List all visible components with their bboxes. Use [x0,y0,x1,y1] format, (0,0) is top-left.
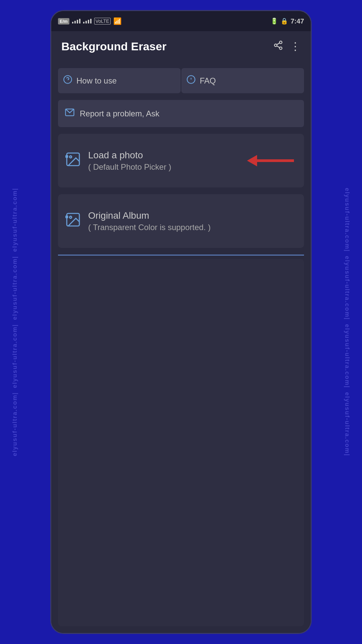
album-icon [65,211,81,231]
lock-icon: 🔒 [281,17,288,25]
photo-picker-icon [65,151,81,171]
original-album-text: Original Album ( Transparent Color is su… [88,210,211,232]
svg-rect-18 [65,215,68,218]
wifi-icon: 📶 [113,17,122,25]
more-options-icon[interactable]: ⋮ [290,40,301,53]
main-content: How to use FAQ R [51,61,311,633]
email-icon [65,107,75,120]
header-icons: ⋮ [273,40,301,53]
svg-point-12 [70,156,72,158]
watermark-right: elyusuf-ultra.com| elyusuf-ultra.com| el… [332,0,362,644]
share-icon[interactable] [273,40,283,53]
signal-bar [83,22,84,23]
svg-line-4 [277,43,280,45]
signal-bar [85,21,87,23]
volte-badge: VoLTE [94,18,111,24]
signal-bars-1 [72,19,80,23]
how-to-use-button[interactable]: How to use [58,68,181,93]
svg-rect-13 [65,155,68,158]
watermark-left-text: elyusuf-ultra.com| elyusuf-ultra.com| el… [11,188,19,456]
signal-bar [74,21,76,23]
signal-bar [90,19,92,23]
svg-marker-15 [247,155,257,166]
signal-bars-2 [83,19,92,23]
section-divider [58,255,304,256]
sim-icon: E/m [58,18,69,24]
load-photo-text: Load a photo ( Default Photo Picker ) [88,150,171,172]
battery-icon: 🔋 [270,17,278,25]
load-photo-subtitle: ( Default Photo Picker ) [88,162,171,172]
load-photo-title: Load a photo [88,150,171,161]
signal-bar [77,20,78,23]
faq-label: FAQ [200,76,216,86]
app-header: Background Eraser ⋮ [51,31,311,61]
load-photo-card[interactable]: Load a photo ( Default Photo Picker ) [58,134,304,187]
help-icon [63,75,72,87]
signal-bar [88,20,89,23]
status-bar: E/m VoLTE 📶 🔋 🔒 7:47 [51,11,311,31]
report-problem-button[interactable]: Report a problem, Ask [58,100,304,127]
watermark-left: elyusuf-ultra.com| elyusuf-ultra.com| el… [0,0,30,644]
signal-bar [79,19,80,23]
original-album-card[interactable]: Original Album ( Transparent Color is su… [58,194,304,248]
original-album-title: Original Album [88,210,211,221]
report-label: Report a problem, Ask [80,109,159,118]
time-display: 7:47 [291,17,304,25]
faq-icon [186,75,196,87]
arrow-indicator [247,152,294,169]
phone-frame: E/m VoLTE 📶 🔋 🔒 7:47 Background Eraser [50,10,312,634]
status-right: 🔋 🔒 7:47 [270,17,304,25]
app-title: Background Eraser [61,40,167,53]
faq-button[interactable]: FAQ [181,68,304,93]
watermark-right-text: elyusuf-ultra.com| elyusuf-ultra.com| el… [343,188,351,456]
original-album-subtitle: ( Transparent Color is supported. ) [88,223,211,232]
status-left: E/m VoLTE 📶 [58,17,122,25]
signal-bar [72,22,73,23]
bottom-empty-section [58,259,304,626]
svg-point-17 [70,216,72,218]
top-buttons-row: How to use FAQ [51,61,311,97]
svg-line-3 [277,46,280,47]
how-to-use-label: How to use [76,76,117,86]
